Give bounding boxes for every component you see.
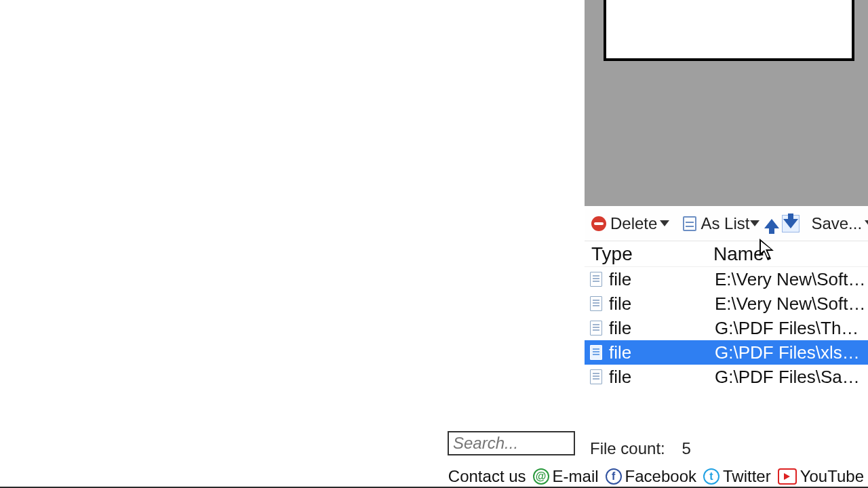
move-down-button[interactable] [782, 215, 800, 232]
delete-button[interactable]: Delete [589, 211, 672, 236]
youtube-icon [778, 468, 797, 485]
column-header-name[interactable]: Name [713, 243, 868, 265]
footer: Contact us @ E-mail f Facebook t Twitter… [0, 466, 868, 488]
chevron-down-icon [660, 220, 669, 226]
cell-name: G:\PDF Files\The-Pr... [713, 318, 868, 339]
file-icon [590, 272, 602, 287]
twitter-icon: t [703, 468, 719, 485]
twitter-label: Twitter [723, 467, 771, 486]
view-mode-button[interactable]: As List [680, 211, 762, 236]
cell-name: E:\Very New\Softw... [713, 293, 868, 314]
cell-type: file [585, 367, 713, 388]
cell-type: file [585, 342, 713, 363]
youtube-link[interactable]: YouTube [778, 467, 864, 486]
preview-document [604, 0, 854, 61]
preview-panel [585, 0, 868, 206]
file-icon [590, 369, 602, 384]
type-text: file [609, 293, 631, 314]
cell-name: G:\PDF Files\Sampl... [713, 367, 868, 388]
file-list: fileE:\Very New\Softw...fileE:\Very New\… [585, 267, 868, 389]
status-label: File count: [590, 439, 665, 458]
twitter-link[interactable]: t Twitter [703, 467, 771, 486]
email-label: E-mail [553, 467, 599, 486]
arrow-up-icon [764, 219, 779, 228]
youtube-label: YouTube [800, 467, 864, 486]
facebook-label: Facebook [625, 467, 696, 486]
view-mode-label: As List [701, 214, 749, 233]
email-icon: @ [533, 468, 549, 485]
arrow-down-icon [783, 219, 798, 228]
move-up-button[interactable] [763, 215, 781, 232]
list-icon [683, 216, 696, 231]
contact-us-link[interactable]: Contact us [448, 467, 526, 486]
column-header-type[interactable]: Type [585, 243, 713, 265]
table-header: Type Name [585, 241, 868, 267]
cell-type: file [585, 293, 713, 314]
table-row[interactable]: fileE:\Very New\Softw... [585, 267, 868, 291]
email-link[interactable]: @ E-mail [533, 467, 599, 486]
file-icon [590, 345, 602, 360]
cell-type: file [585, 269, 713, 290]
status-bar: File count: 5 [585, 439, 868, 458]
file-list-toolbar: Delete As List Save... Load. [585, 206, 868, 241]
type-text: file [609, 269, 631, 290]
table-row[interactable]: fileE:\Very New\Softw... [585, 291, 868, 316]
type-text: file [609, 318, 631, 339]
cell-type: file [585, 318, 713, 339]
cell-name: E:\Very New\Softw... [713, 269, 868, 290]
chevron-down-icon [865, 220, 868, 226]
search-input[interactable] [448, 431, 575, 455]
table-row[interactable]: fileG:\PDF Files\Sampl... [585, 365, 868, 389]
delete-icon [591, 216, 606, 231]
table-row[interactable]: fileG:\PDF Files\The-Pr... [585, 316, 868, 340]
file-icon [590, 296, 602, 311]
save-button[interactable]: Save... [808, 211, 868, 236]
chevron-down-icon [750, 220, 760, 226]
cell-name: G:\PDF Files\xlsde... [713, 342, 868, 363]
delete-label: Delete [610, 214, 657, 233]
facebook-icon: f [606, 468, 622, 485]
save-label: Save... [811, 214, 862, 233]
type-text: file [609, 367, 631, 388]
file-icon [590, 321, 602, 336]
status-value: 5 [682, 439, 690, 458]
facebook-link[interactable]: f Facebook [606, 467, 696, 486]
type-text: file [609, 342, 631, 363]
table-row[interactable]: fileG:\PDF Files\xlsde... [585, 340, 868, 365]
